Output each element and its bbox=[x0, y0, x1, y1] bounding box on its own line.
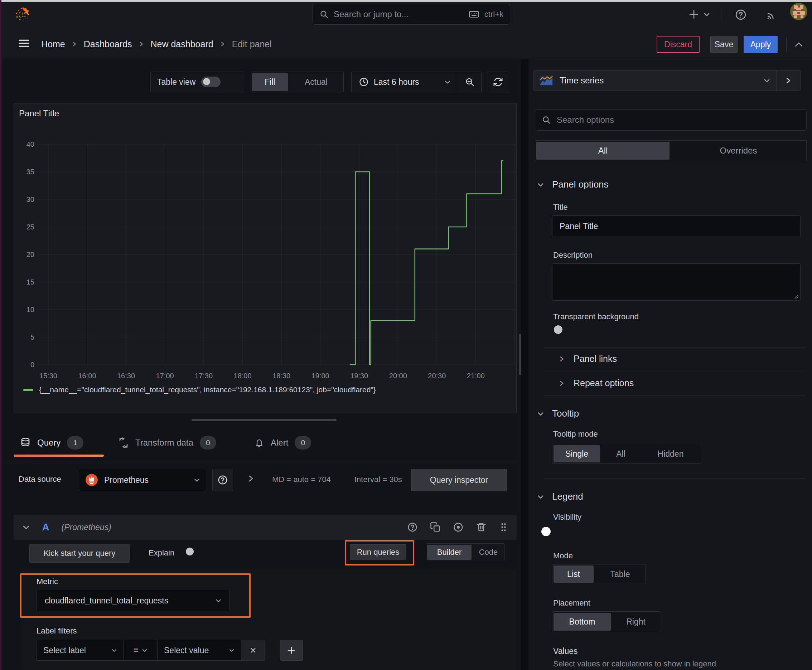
operator-dropdown[interactable]: = bbox=[124, 640, 158, 661]
menu-icon[interactable] bbox=[17, 37, 31, 49]
section-panel-links[interactable]: Panel links bbox=[559, 354, 617, 364]
legend-placement-bottom[interactable]: Bottom bbox=[554, 613, 611, 631]
discard-button[interactable]: Discard bbox=[657, 36, 700, 53]
refresh-button[interactable] bbox=[487, 71, 509, 92]
remove-filter-button[interactable] bbox=[241, 640, 265, 661]
resize-drag-handle[interactable] bbox=[192, 419, 337, 421]
tab-transform[interactable]: Transform data 0 bbox=[118, 436, 216, 450]
trash-icon[interactable] bbox=[476, 522, 487, 533]
breadcrumb-home[interactable]: Home bbox=[41, 39, 65, 49]
viz-picker[interactable]: Time series bbox=[534, 70, 800, 91]
help-button[interactable] bbox=[735, 8, 747, 21]
add-filter-button[interactable] bbox=[280, 640, 303, 661]
tooltip-hidden-option[interactable]: Hidden bbox=[642, 445, 700, 462]
svg-text:20:00: 20:00 bbox=[389, 372, 407, 380]
tab-query[interactable]: Query 1 bbox=[20, 436, 83, 450]
collapse-up-button[interactable] bbox=[793, 39, 804, 50]
title-field-label: Title bbox=[553, 203, 568, 212]
section-legend-label: Legend bbox=[552, 491, 583, 502]
tab-alert[interactable]: Alert 0 bbox=[254, 436, 311, 450]
panel-description-textarea[interactable] bbox=[552, 264, 800, 301]
breadcrumb-new-dashboard[interactable]: New dashboard bbox=[151, 39, 214, 49]
svg-text:15: 15 bbox=[27, 278, 34, 286]
new-menu-button[interactable] bbox=[688, 8, 710, 20]
tab-query-count: 1 bbox=[67, 436, 83, 450]
select-value-placeholder: Select value bbox=[164, 646, 224, 655]
news-rss-button[interactable] bbox=[765, 8, 778, 21]
section-legend[interactable]: Legend bbox=[537, 491, 583, 502]
metric-value: cloudflared_tunnel_total_requests bbox=[45, 596, 209, 606]
chevron-down-icon[interactable] bbox=[22, 523, 30, 531]
panel-title-input[interactable] bbox=[552, 215, 800, 237]
svg-text:17:00: 17:00 bbox=[156, 372, 174, 380]
zoom-out-button[interactable] bbox=[458, 72, 481, 92]
kick-start-query-button[interactable]: Kick start your query bbox=[29, 544, 130, 563]
legend-mode-list[interactable]: List bbox=[554, 565, 593, 583]
chevron-down-icon bbox=[111, 648, 117, 653]
builder-option[interactable]: Builder bbox=[427, 545, 471, 560]
select-label-placeholder: Select label bbox=[43, 646, 107, 655]
legend-mode-table[interactable]: Table bbox=[596, 565, 644, 583]
tab-overrides[interactable]: Overrides bbox=[672, 142, 805, 160]
select-label-dropdown[interactable]: Select label bbox=[37, 640, 124, 661]
time-range-picker[interactable]: Last 6 hours bbox=[351, 71, 481, 92]
select-value-dropdown[interactable]: Select value bbox=[158, 640, 241, 661]
save-button[interactable]: Save bbox=[710, 36, 737, 53]
viz-expand-button[interactable] bbox=[776, 71, 800, 91]
collapse-stats-chevron[interactable] bbox=[247, 475, 255, 482]
apply-button[interactable]: Apply bbox=[744, 36, 778, 53]
query-help-icon[interactable] bbox=[407, 522, 418, 533]
run-queries-button[interactable]: Run queries bbox=[350, 544, 406, 560]
breadcrumb-dashboards[interactable]: Dashboards bbox=[84, 39, 132, 49]
fill-option[interactable]: Fill bbox=[252, 73, 288, 91]
legend-mode-label: Mode bbox=[553, 551, 573, 560]
chart-legend[interactable]: {__name__="cloudflared_tunnel_total_requ… bbox=[23, 386, 376, 394]
tab-query-active-underline bbox=[14, 455, 104, 457]
actual-option[interactable]: Actual bbox=[290, 73, 342, 91]
options-search[interactable]: Search options bbox=[535, 109, 807, 130]
svg-text:16:30: 16:30 bbox=[117, 372, 135, 380]
datasource-picker[interactable]: Prometheus bbox=[79, 469, 206, 491]
tooltip-single-option[interactable]: Single bbox=[554, 445, 600, 462]
breadcrumb: Home Dashboards New dashboard Edit panel bbox=[41, 29, 272, 59]
query-row-header[interactable]: A (Prometheus) bbox=[14, 515, 517, 540]
code-option[interactable]: Code bbox=[474, 545, 503, 560]
datasource-help-button[interactable] bbox=[212, 469, 233, 491]
grafana-logo[interactable] bbox=[14, 4, 32, 25]
clock-icon bbox=[359, 77, 369, 87]
time-series-chart[interactable]: 051015202530354015:3016:0016:3017:0017:3… bbox=[14, 103, 516, 413]
sidebar-gutter bbox=[521, 59, 529, 670]
legend-series-label[interactable]: {__name__="cloudflared_tunnel_total_requ… bbox=[39, 386, 376, 394]
keyboard-icon bbox=[469, 10, 480, 19]
legend-placement-right[interactable]: Right bbox=[613, 613, 659, 631]
tooltip-mode-switch: Single All Hidden bbox=[552, 444, 701, 464]
disable-query-icon[interactable] bbox=[453, 522, 464, 533]
options-tabs: All Overrides bbox=[535, 140, 807, 161]
drag-handle-icon[interactable] bbox=[499, 521, 508, 533]
svg-text:20:30: 20:30 bbox=[428, 372, 446, 380]
tooltip-all-option[interactable]: All bbox=[602, 445, 639, 462]
metric-select[interactable]: cloudflared_tunnel_total_requests bbox=[37, 590, 230, 611]
svg-text:0: 0 bbox=[31, 361, 34, 369]
screen-left-edge bbox=[0, 0, 2, 670]
screen-top-edge bbox=[0, 0, 812, 2]
tab-alert-label: Alert bbox=[271, 438, 288, 448]
section-repeat-options-label: Repeat options bbox=[573, 378, 634, 388]
query-inspector-button[interactable]: Query inspector bbox=[411, 469, 507, 491]
chevron-right-icon bbox=[559, 356, 565, 362]
section-repeat-options[interactable]: Repeat options bbox=[559, 378, 634, 388]
search-icon bbox=[319, 10, 329, 19]
table-view-toggle[interactable] bbox=[201, 76, 220, 87]
section-panel-options[interactable]: Panel options bbox=[537, 179, 609, 190]
tab-all[interactable]: All bbox=[536, 142, 670, 160]
svg-text:30: 30 bbox=[27, 195, 34, 203]
tab-query-label: Query bbox=[37, 438, 61, 448]
svg-text:18:30: 18:30 bbox=[273, 372, 290, 380]
global-search[interactable]: Search or jump to... ctrl+k bbox=[312, 4, 510, 25]
avatar[interactable] bbox=[790, 2, 808, 20]
section-tooltip[interactable]: Tooltip bbox=[537, 408, 579, 419]
chevron-down-icon bbox=[537, 493, 544, 500]
duplicate-query-icon[interactable] bbox=[430, 522, 441, 533]
metric-label: Metric bbox=[37, 577, 58, 586]
tab-alert-count: 0 bbox=[295, 436, 311, 450]
